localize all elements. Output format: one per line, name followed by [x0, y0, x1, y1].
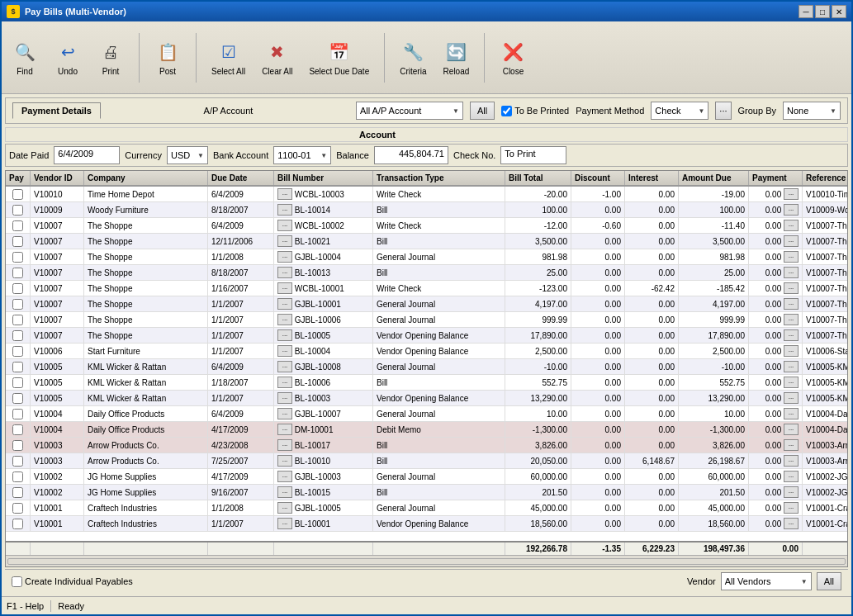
bill-number-ellipsis[interactable]: ···	[277, 361, 292, 372]
pay-cell[interactable]	[6, 516, 31, 531]
payment-ellipsis[interactable]: ···	[784, 267, 799, 278]
bill-number-ellipsis[interactable]: ···	[277, 235, 292, 247]
pay-checkbox[interactable]	[12, 440, 23, 451]
bill-number-ellipsis[interactable]: ···	[277, 502, 292, 514]
pay-checkbox[interactable]	[12, 220, 23, 231]
pay-cell[interactable]	[6, 187, 31, 201]
clear-all-button[interactable]: ✖ Clear All	[257, 37, 297, 78]
pay-cell[interactable]	[6, 281, 31, 296]
payment-ellipsis[interactable]: ···	[784, 439, 799, 451]
payment-details-tab[interactable]: Payment Details	[12, 102, 101, 119]
bank-account-combo[interactable]: 1100-01 ▼	[273, 146, 331, 164]
bill-number-ellipsis[interactable]: ···	[277, 424, 292, 435]
bill-number-ellipsis[interactable]: ···	[277, 329, 292, 341]
pay-cell[interactable]	[6, 202, 31, 217]
bill-number-ellipsis[interactable]: ···	[277, 251, 292, 263]
check-no-field[interactable]: To Print	[500, 146, 566, 164]
pay-checkbox[interactable]	[12, 299, 23, 310]
ap-account-combo[interactable]: All A/P Account ▼	[356, 102, 463, 120]
minimize-btn[interactable]: ─	[799, 5, 813, 18]
payment-ellipsis[interactable]: ···	[784, 220, 799, 231]
criteria-button[interactable]: 🔧 Criteria	[395, 37, 431, 78]
pay-cell[interactable]	[6, 391, 31, 405]
bill-number-ellipsis[interactable]: ···	[277, 408, 292, 419]
pay-checkbox[interactable]	[12, 236, 23, 247]
pay-cell[interactable]	[6, 500, 31, 515]
pay-checkbox[interactable]	[12, 487, 23, 498]
payment-ellipsis[interactable]: ···	[784, 329, 799, 341]
currency-combo[interactable]: USD ▼	[167, 146, 208, 164]
pay-checkbox[interactable]	[12, 503, 23, 514]
payment-ellipsis[interactable]: ···	[784, 455, 799, 467]
pay-cell[interactable]	[6, 218, 31, 233]
payment-method-combo[interactable]: Check ▼	[651, 102, 708, 120]
bill-number-ellipsis[interactable]: ···	[277, 439, 292, 451]
pay-cell[interactable]	[6, 296, 31, 311]
bill-number-ellipsis[interactable]: ···	[277, 392, 292, 404]
select-all-button[interactable]: ☑ Select All	[206, 37, 250, 78]
pay-cell[interactable]	[6, 265, 31, 280]
bill-number-ellipsis[interactable]: ···	[277, 204, 292, 216]
payment-ellipsis[interactable]: ···	[784, 282, 799, 294]
vendor-all-button[interactable]: All	[817, 572, 841, 590]
pay-checkbox[interactable]	[12, 519, 23, 529]
bill-number-ellipsis[interactable]: ···	[277, 314, 292, 325]
payment-ellipsis[interactable]: ···	[784, 314, 799, 325]
payment-ellipsis[interactable]: ···	[784, 486, 799, 498]
pay-cell[interactable]	[6, 422, 31, 437]
bill-number-ellipsis[interactable]: ···	[277, 282, 292, 294]
pay-cell[interactable]	[6, 249, 31, 264]
maximize-btn[interactable]: □	[815, 5, 830, 18]
payment-ellipsis[interactable]: ···	[784, 235, 799, 247]
bill-number-ellipsis[interactable]: ···	[277, 267, 292, 278]
date-paid-field[interactable]: 6/4/2009	[54, 146, 120, 164]
payment-ellipsis[interactable]: ···	[784, 392, 799, 404]
payment-method-btn[interactable]: ···	[715, 102, 731, 120]
pay-cell[interactable]	[6, 375, 31, 390]
create-individual-checkbox[interactable]	[12, 576, 22, 587]
pay-checkbox[interactable]	[12, 252, 23, 263]
bill-number-ellipsis[interactable]: ···	[277, 345, 292, 357]
group-by-combo[interactable]: None ▼	[783, 102, 841, 120]
post-button[interactable]: 📋 Post	[149, 37, 186, 78]
pay-checkbox[interactable]	[12, 205, 23, 216]
pay-checkbox[interactable]	[12, 377, 23, 388]
pay-checkbox[interactable]	[12, 456, 23, 467]
bill-number-ellipsis[interactable]: ···	[277, 220, 292, 231]
pay-checkbox[interactable]	[12, 346, 23, 357]
close-toolbar-button[interactable]: ❌ Close	[495, 37, 531, 78]
bill-number-ellipsis[interactable]: ···	[277, 455, 292, 467]
pay-cell[interactable]	[6, 312, 31, 327]
vendor-combo[interactable]: All Vendors ▼	[721, 572, 812, 590]
pay-checkbox[interactable]	[12, 393, 23, 404]
payment-ellipsis[interactable]: ···	[784, 518, 799, 529]
payment-ellipsis[interactable]: ···	[784, 298, 799, 310]
pay-cell[interactable]	[6, 344, 31, 358]
pay-checkbox[interactable]	[12, 283, 23, 294]
pay-cell[interactable]	[6, 469, 31, 484]
pay-checkbox[interactable]	[12, 268, 23, 278]
undo-button[interactable]: ↩ Undo	[50, 37, 86, 78]
bill-number-ellipsis[interactable]: ···	[277, 188, 292, 200]
pay-cell[interactable]	[6, 453, 31, 468]
pay-cell[interactable]	[6, 328, 31, 343]
payment-ellipsis[interactable]: ···	[784, 188, 799, 200]
close-btn[interactable]: ✕	[832, 5, 846, 18]
bill-number-ellipsis[interactable]: ···	[277, 298, 292, 310]
pay-cell[interactable]	[6, 438, 31, 453]
payment-ellipsis[interactable]: ···	[784, 345, 799, 357]
pay-checkbox[interactable]	[12, 471, 23, 482]
pay-cell[interactable]	[6, 234, 31, 249]
horizontal-scrollbar[interactable]	[6, 555, 847, 566]
pay-checkbox[interactable]	[12, 362, 23, 372]
reload-button[interactable]: 🔄 Reload	[438, 37, 474, 78]
all-ap-button[interactable]: All	[470, 102, 495, 120]
pay-checkbox[interactable]	[12, 330, 23, 341]
pay-checkbox[interactable]	[12, 315, 23, 325]
bill-number-ellipsis[interactable]: ···	[277, 471, 292, 482]
bill-number-ellipsis[interactable]: ···	[277, 377, 292, 388]
pay-cell[interactable]	[6, 406, 31, 421]
pay-cell[interactable]	[6, 485, 31, 500]
payment-ellipsis[interactable]: ···	[784, 502, 799, 514]
select-due-date-button[interactable]: 📅 Select Due Date	[304, 37, 374, 78]
